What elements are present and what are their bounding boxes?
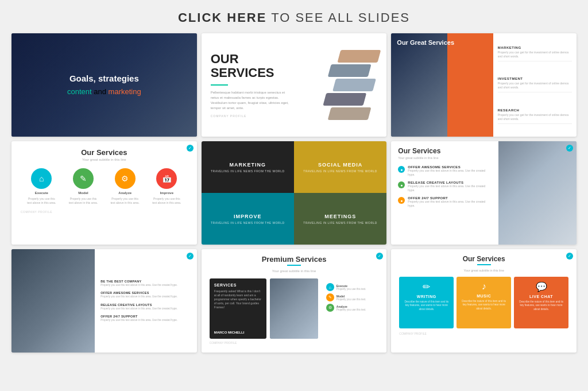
model-text: Properly you use this text above in this… — [67, 197, 99, 204]
slide-4-icon-model: ✎ Model Properly you use this text above… — [67, 168, 99, 204]
slide-1-orange: marketing — [109, 87, 141, 96]
s8-icon-1-content: Execute Properly you use this text. — [336, 284, 366, 291]
slide-3-item-3: RESEARCH Properly you can get for the in… — [498, 109, 572, 124]
s7-item-1: BE THE BEST COMPANY Properly you use thi… — [100, 280, 191, 287]
diagonal-images — [316, 50, 386, 120]
header-bold[interactable]: CLICK HERE — [178, 10, 266, 25]
slide-6-sub: Your great subtitle in this line — [398, 156, 492, 160]
improve-title: IMPROVE — [211, 214, 285, 219]
slide-5-marketing: MARKETING TRAVELING IN LIFE NEWS FROM TH… — [202, 141, 294, 193]
slide-1-subtitle: content and marketing — [67, 87, 141, 97]
s8-icon-3-text: Properly you use this text. — [336, 308, 366, 311]
slide-5-social: SOCIAL MEDIA TRAVELING IN LIFE NEWS FROM… — [294, 141, 386, 193]
slide-3-content: Our Great Services — [397, 39, 454, 47]
s8-icon-circle-2: ✎ — [326, 293, 334, 301]
improve-icon-circle: 📅 — [156, 168, 177, 189]
marketing-title: MARKETING — [211, 162, 285, 168]
slide-grid: Goals, strategies content and marketing … — [0, 33, 588, 362]
s7-title-1: BE THE BEST COMPANY — [100, 280, 191, 283]
slide-1-title: Goals, strategies — [67, 72, 141, 84]
s7-item-3: RELEASE CREATIVE LAYOUTS Properly you us… — [100, 303, 191, 311]
social-sub: TRAVELING IN LIFE NEWS FROM THE WORLD — [303, 169, 377, 173]
writing-icon: ✏ — [423, 281, 430, 292]
s7-title-4: OFFER 24/7 SUPPORT — [100, 315, 191, 318]
slide-6-title: Our Services — [398, 147, 492, 155]
slide-4-footer: COMPANY PROFILE — [21, 210, 188, 214]
music-icon: ♪ — [482, 281, 486, 292]
livechat-title: LIVE CHAT — [529, 295, 553, 299]
slide-3-right: MARKETING Properly you can get for the i… — [493, 33, 577, 137]
s7-item-4: OFFER 24/7 SUPPORT Properly you use this… — [100, 315, 191, 322]
slide-2[interactable]: OURSERVICES Pellentesque habitant morbi … — [202, 33, 387, 137]
s8-icons-card: ⌂ Execute Properly you use this text. ✎ … — [322, 278, 379, 339]
s8-icon-2-text: Properly you use this text. — [336, 298, 366, 301]
slide-7-right: BE THE BEST COMPANY Properly you use thi… — [95, 249, 196, 353]
slide-2-body: Pellentesque habitant morbi tristique se… — [211, 90, 294, 111]
s8-icon-3-content: Analyze Properly you use this text. — [336, 305, 366, 311]
slide-8-company: COMPANY PROFILE — [210, 341, 237, 344]
slide-1[interactable]: Goals, strategies content and marketing — [11, 33, 197, 137]
diag-strip-4 — [323, 93, 367, 106]
s7-text-3: Properly you use this text above in this… — [100, 307, 191, 311]
slide-9[interactable]: ✓ Our Services Your great subtitle in th… — [391, 249, 577, 353]
slide-4-sub: Your great subtitle in this line — [21, 158, 188, 161]
slide-4-company: COMPANY PROFILE — [21, 210, 52, 214]
slide-5-meetings: MEETINGS TRAVELING IN LIFE NEWS FROM THE… — [294, 193, 386, 245]
livechat-text: Describe the nature of this item and its… — [517, 300, 565, 311]
slide-6[interactable]: ✓ Our Services Your great subtitle in th… — [391, 141, 577, 245]
slide-8-title: Premium Services — [210, 255, 379, 264]
improve-text: Properly you use this text above in this… — [151, 197, 183, 204]
slide-6-photo — [498, 141, 577, 245]
writing-title: WRITING — [417, 295, 436, 299]
s8-card-title: SERVICES — [214, 283, 262, 287]
slide-9-company: COMPANY PROFILE — [399, 332, 427, 335]
slide-3-item-3-text: Properly you can get for the investment … — [498, 113, 572, 121]
slide-9-badge: ✓ — [566, 253, 573, 260]
s7-item-2: OFFER AWESOME SERVICES Properly you use … — [100, 291, 191, 299]
slide-8-sub: Your great subtitle in this line — [210, 269, 379, 273]
diag-strip-3 — [332, 79, 376, 91]
music-title: MUSIC — [477, 294, 491, 298]
slide-3-item-1-title: MARKETING — [498, 46, 572, 49]
slide-8[interactable]: ✓ Premium Services Your great subtitle i… — [202, 249, 387, 353]
slide-2-title: OURSERVICES — [211, 52, 294, 80]
slide-4[interactable]: ✓ Our Services Your great subtitle in th… — [11, 141, 197, 245]
slide-6-photo-sim — [498, 141, 577, 245]
slide-2-company: COMPANY PROFILE — [211, 114, 294, 118]
service-1-text: Properly you use this text above in this… — [408, 169, 492, 177]
slide-2-right — [294, 50, 377, 120]
music-text: Describe the nature of this item and its… — [460, 300, 508, 311]
slide-6-service-2: ● RELEASE CREATIVE LAYOUTS Properly you … — [398, 181, 492, 192]
service-3-dot: ● — [398, 197, 405, 204]
social-title: SOCIAL MEDIA — [303, 162, 377, 168]
slide-3-photo: Our Great Services — [391, 33, 493, 137]
s8-icon-circle-3: ⚙ — [326, 304, 334, 312]
s8-icon-circle-1: ⌂ — [326, 283, 334, 291]
s8-icon-2-content: Model Properly you use this text. — [336, 295, 366, 301]
diag-strip-2 — [328, 64, 372, 77]
service-3-content: OFFER 24/7 SUPPORT Properly you use this… — [408, 196, 492, 208]
writing-text: Describe the nature of this item and its… — [403, 300, 450, 311]
header-text[interactable]: CLICK HERE TO SEE ALL SLIDES — [178, 10, 410, 25]
slide-3[interactable]: Our Great Services MARKETING Properly yo… — [391, 33, 577, 137]
s7-text-4: Properly you use this text above in this… — [100, 319, 191, 322]
slide-8-line — [287, 265, 301, 266]
slide-5-social-content: SOCIAL MEDIA TRAVELING IN LIFE NEWS FROM… — [303, 162, 377, 173]
service-1-dot: ● — [398, 166, 405, 173]
slide-4-icons: ⌂ Execute Properly you use this text abo… — [21, 168, 188, 204]
slide-5[interactable]: MARKETING TRAVELING IN LIFE NEWS FROM TH… — [202, 141, 387, 245]
slide-1-green: content — [67, 87, 92, 96]
slide-4-badge: ✓ — [187, 145, 194, 152]
slide-8-badge: ✓ — [376, 253, 383, 260]
livechat-icon: 💬 — [536, 281, 547, 292]
s8-photo-card — [270, 278, 318, 339]
service-2-text: Properly you use this text above in this… — [408, 184, 492, 192]
slide-6-service-3: ● OFFER 24/7 SUPPORT Properly you use th… — [398, 196, 492, 208]
s7-title-2: OFFER AWESOME SERVICES — [100, 291, 191, 295]
slide-4-icon-analyze: ⚙ Analyze Properly you use this text abo… — [109, 168, 141, 204]
slide-2-line — [211, 84, 228, 86]
s7-text-1: Properly you use this text above in this… — [100, 284, 191, 287]
slide-7-photo — [11, 249, 95, 353]
slide-7[interactable]: ✓ BE THE BEST COMPANY Properly you use t… — [11, 249, 197, 353]
slide-3-title: Our Great Services — [397, 39, 454, 47]
